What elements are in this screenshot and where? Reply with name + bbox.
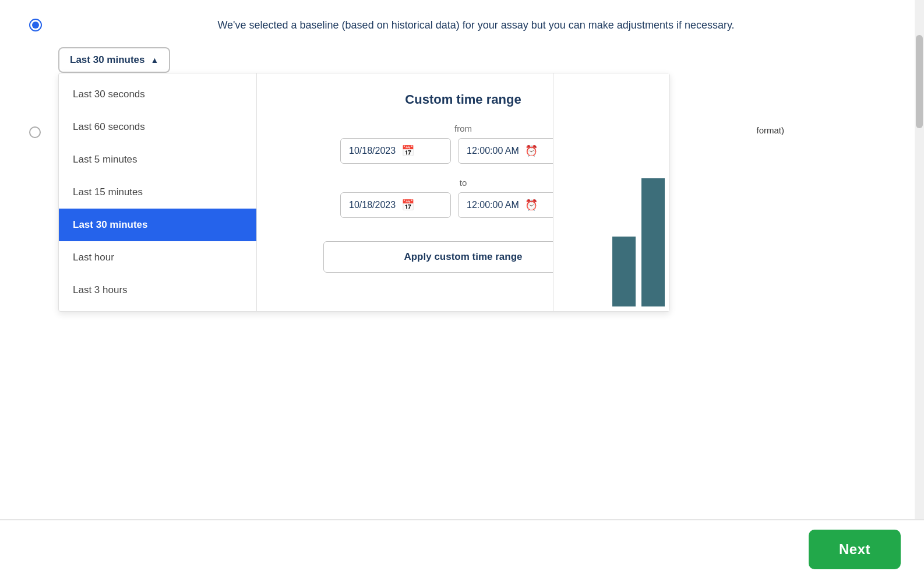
clock-icon-2: ⏰: [525, 199, 538, 212]
description-text: We've selected a baseline (based on hist…: [51, 17, 901, 33]
chart-bar-2: [641, 178, 665, 306]
time-menu: Last 30 seconds Last 60 seconds Last 5 m…: [59, 73, 257, 311]
chevron-up-icon: ▲: [151, 55, 159, 65]
format-hint-text: format): [756, 125, 784, 135]
clock-icon: ⏰: [525, 144, 538, 157]
menu-item-last-5-minutes[interactable]: Last 5 minutes: [59, 143, 256, 176]
bottom-bar: Next: [0, 520, 924, 578]
calendar-icon-2: 📅: [401, 199, 414, 212]
from-date-input[interactable]: 10/18/2023 📅: [340, 138, 451, 164]
calendar-icon: 📅: [401, 144, 414, 157]
menu-item-last-15-minutes[interactable]: Last 15 minutes: [59, 176, 256, 209]
top-section: We've selected a baseline (based on hist…: [23, 17, 901, 33]
menu-item-last-30-seconds[interactable]: Last 30 seconds: [59, 78, 256, 111]
time-range-dropdown-trigger[interactable]: Last 30 minutes ▲: [58, 47, 170, 73]
menu-item-last-3-hours[interactable]: Last 3 hours: [59, 274, 256, 306]
menu-item-last-30-minutes[interactable]: Last 30 minutes: [59, 209, 256, 241]
radio-button-selected[interactable]: [29, 19, 42, 31]
custom-panel-title: Custom time range: [405, 92, 521, 107]
to-date-input[interactable]: 10/18/2023 📅: [340, 192, 451, 218]
page-container: We've selected a baseline (based on hist…: [0, 0, 924, 578]
to-label: to: [460, 178, 467, 188]
menu-item-last-hour[interactable]: Last hour: [59, 241, 256, 274]
radio-button-unselected[interactable]: [29, 126, 41, 138]
chart-bar-1: [612, 237, 636, 306]
from-date-value: 10/18/2023: [349, 146, 396, 156]
radio-inner: [32, 22, 39, 29]
to-time-value: 12:00:00 AM: [467, 200, 519, 210]
dropdown-area: Last 30 seconds Last 60 seconds Last 5 m…: [58, 73, 670, 312]
to-date-value: 10/18/2023: [349, 200, 396, 210]
chart-area: [553, 73, 669, 311]
scrollbar-track[interactable]: [915, 0, 924, 578]
from-time-value: 12:00:00 AM: [467, 146, 519, 156]
dropdown-trigger-label: Last 30 minutes: [70, 54, 145, 66]
scrollbar-thumb[interactable]: [916, 35, 923, 128]
next-button[interactable]: Next: [809, 530, 901, 569]
menu-item-last-60-seconds[interactable]: Last 60 seconds: [59, 111, 256, 143]
